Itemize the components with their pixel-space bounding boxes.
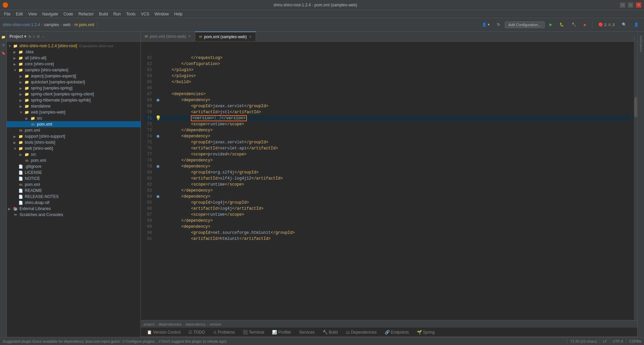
tab-endpoints[interactable]: 🔗 Endpoints bbox=[381, 329, 412, 335]
maximize-button[interactable]: □ bbox=[628, 2, 633, 8]
bookmark-icon[interactable]: 🔖 bbox=[1, 50, 6, 56]
profile-button[interactable]: 👤 ▾ bbox=[479, 21, 492, 28]
line-content-82: <scope>runtime</scope> bbox=[162, 182, 631, 188]
tree-spring[interactable]: ▶ 📁 spring [samples-spring] bbox=[7, 85, 141, 91]
tab-build[interactable]: 🔨 Build bbox=[319, 329, 341, 335]
status-encoding[interactable]: UTF-8 bbox=[613, 339, 623, 343]
project-icon[interactable]: 📁 bbox=[1, 34, 6, 40]
tab-close-2[interactable]: ✕ bbox=[249, 35, 252, 39]
code-line-90: 90 <groupId>net.sourceforge.htmlunit</gr… bbox=[144, 230, 631, 236]
tab-close-1[interactable]: ✕ bbox=[188, 34, 191, 38]
line-content-83: </dependency> bbox=[162, 188, 631, 194]
tree-readme[interactable]: 📄 README bbox=[7, 188, 141, 194]
debug-button[interactable]: 🐛 bbox=[557, 21, 567, 28]
errors-button[interactable]: 🔴 2 ⚠ 3 bbox=[596, 21, 617, 28]
tree-all[interactable]: ▶ 📁 all [shiro-all] bbox=[7, 55, 141, 61]
breadcrumb-file[interactable]: m pom.xml bbox=[74, 22, 94, 27]
tree-spring-client[interactable]: ▶ 📁 spring-client [samples-spring-client… bbox=[7, 91, 141, 97]
menu-tools[interactable]: Tools bbox=[123, 11, 138, 17]
add-configuration-button[interactable]: Add Configuration... bbox=[505, 21, 545, 28]
tree-root[interactable]: ▼ 📁 shiro-shiro-root-1.2.4 [shiro-root] … bbox=[7, 43, 141, 49]
structure-icon[interactable]: ⊞ bbox=[1, 42, 6, 48]
tab-todo[interactable]: ☑ TODO bbox=[185, 329, 208, 335]
tree-samples[interactable]: ▼ 📁 samples [shiro-samples] bbox=[7, 67, 141, 73]
main-area: 📁 ⊞ 🔖 Project ▾ ⊕ ≡ ⚙ ─ ▼ 📁 shiro-shiro-… bbox=[0, 31, 644, 337]
vertical-scrollbar[interactable] bbox=[634, 42, 637, 320]
tree-release-notes[interactable]: 📄 RELEASE-NOTES bbox=[7, 194, 141, 200]
tab-pom-samples-web[interactable]: m pom.xml (samples-web) ✕ bbox=[195, 31, 256, 41]
line-number-62: 62 bbox=[144, 61, 155, 67]
breadcrumb-root[interactable]: shiro-shiro-root-1.2.4 bbox=[3, 22, 40, 27]
stop-button[interactable]: ■ bbox=[581, 21, 589, 28]
line-content-86: <artifactId>log4j</artifactId> bbox=[162, 206, 631, 212]
tree-idea[interactable]: ▶ 📁 .idea bbox=[7, 49, 141, 55]
hide-icon[interactable]: ─ bbox=[42, 34, 45, 39]
tree-standalone[interactable]: ▶ 📁 standalone bbox=[7, 103, 141, 109]
tab-menu-button[interactable]: ⋮ bbox=[631, 34, 637, 41]
sync-button[interactable]: ↻ bbox=[494, 21, 503, 28]
line-number-80: 80 bbox=[144, 169, 155, 176]
menu-refactor[interactable]: Refactor bbox=[76, 11, 96, 17]
tree-tools[interactable]: ▶ 📁 tools [shiro-tools] bbox=[7, 139, 141, 145]
menu-edit[interactable]: Edit bbox=[13, 11, 25, 17]
tab-version-control[interactable]: 📋 Version Control bbox=[144, 329, 184, 335]
tab-terminal[interactable]: ⬛ Terminal bbox=[239, 329, 267, 335]
menu-file[interactable]: File bbox=[1, 11, 13, 17]
tree-quickstart[interactable]: ▶ 📁 quickstart [samples-quickstart] bbox=[7, 79, 141, 85]
tree-web-shiro[interactable]: ▼ 📁 web [shiro-web] bbox=[7, 145, 141, 151]
locate-icon[interactable]: ⊕ bbox=[28, 34, 32, 39]
tree-notice[interactable]: 📄 NOTICE bbox=[7, 176, 141, 182]
tab-pom-shiro-web[interactable]: m pom.xml (shiro-web) ✕ bbox=[141, 31, 195, 41]
tree-pom-web[interactable]: m pom.xml bbox=[7, 157, 141, 163]
tree-src-web[interactable]: ▶ 📁 src bbox=[7, 151, 141, 157]
tab-problems[interactable]: ⚠ Problems bbox=[210, 329, 238, 335]
run-button[interactable]: ▶ bbox=[547, 21, 555, 28]
status-lang[interactable]: CSPAN bbox=[629, 339, 641, 343]
tree-pom-samples-web[interactable]: m pom.xml bbox=[7, 121, 141, 127]
tree-license[interactable]: 📄 LICENSE bbox=[7, 169, 141, 176]
code-editor[interactable]: 61 </requestLog>62 </configuration>63 </… bbox=[141, 42, 634, 320]
settings-icon[interactable]: ⚙ bbox=[37, 34, 40, 39]
breadcrumb-web[interactable]: web bbox=[63, 22, 70, 27]
tree-src[interactable]: ▶ 📁 src bbox=[7, 115, 141, 121]
breadcrumb-samples[interactable]: samples bbox=[44, 22, 59, 27]
tree-gitignore[interactable]: 📄 .gitignore bbox=[7, 163, 141, 169]
line-number-71: 71 bbox=[144, 115, 155, 121]
menu-help[interactable]: Help bbox=[171, 11, 185, 17]
tree-pom-samples[interactable]: m pom.xml bbox=[7, 127, 141, 133]
tree-shiro-doap[interactable]: 📄 shiro.doap.rdf bbox=[7, 200, 141, 206]
tree-support[interactable]: ▶ 📁 support [shiro-support] bbox=[7, 133, 141, 139]
build-button[interactable]: 🔨 bbox=[569, 21, 579, 28]
gutter-79 bbox=[155, 163, 162, 169]
scrollbar-thumb[interactable] bbox=[634, 97, 637, 117]
menu-navigate[interactable]: Navigate bbox=[40, 11, 61, 17]
search-button[interactable]: 🔍 bbox=[619, 21, 629, 28]
user-button[interactable]: 👤 bbox=[631, 21, 641, 28]
gutter-81 bbox=[155, 176, 162, 182]
editor-area: m pom.xml (shiro-web) ✕ m pom.xml (sampl… bbox=[141, 31, 637, 337]
status-lf[interactable]: LF bbox=[603, 339, 607, 343]
minimize-button[interactable]: ─ bbox=[620, 2, 625, 8]
line-content-91: <artifactId>htmlunit</artifactId> bbox=[162, 236, 631, 242]
window-controls[interactable]: ─ □ ✕ bbox=[620, 2, 641, 8]
tree-scratches[interactable]: ✏ Scratches and Consoles bbox=[7, 212, 141, 218]
tab-services[interactable]: Services bbox=[296, 329, 318, 335]
tab-dependencies[interactable]: 🗂 Dependencies bbox=[342, 329, 380, 335]
menu-window[interactable]: Window bbox=[152, 11, 172, 17]
collapse-icon[interactable]: ≡ bbox=[33, 34, 35, 39]
line-content-67: <dependencies> bbox=[162, 91, 631, 97]
tree-aspectj[interactable]: ▶ 📁 aspectj [samples-aspectj] bbox=[7, 73, 141, 79]
tree-pom-root[interactable]: m pom.xml bbox=[7, 182, 141, 188]
tree-core[interactable]: ▶ 📁 core [shiro-core] bbox=[7, 61, 141, 67]
menu-build[interactable]: Build bbox=[96, 11, 111, 17]
tree-external-libs[interactable]: ▶ 📚 External Libraries bbox=[7, 206, 141, 212]
menu-vcs[interactable]: VCS bbox=[138, 11, 152, 17]
tree-web-samples[interactable]: ▼ 📁 web [samples-web] bbox=[7, 109, 141, 115]
menu-run[interactable]: Run bbox=[111, 11, 123, 17]
tab-profiler[interactable]: 📊 Profiler bbox=[269, 329, 294, 335]
menu-code[interactable]: Code bbox=[61, 11, 76, 17]
tree-spring-hibernate[interactable]: ▶ 📁 spring-hibernate [samples-sprhib] bbox=[7, 97, 141, 103]
close-button[interactable]: ✕ bbox=[636, 2, 641, 8]
tab-spring[interactable]: 🌱 Spring bbox=[414, 329, 438, 335]
menu-view[interactable]: View bbox=[25, 11, 40, 17]
